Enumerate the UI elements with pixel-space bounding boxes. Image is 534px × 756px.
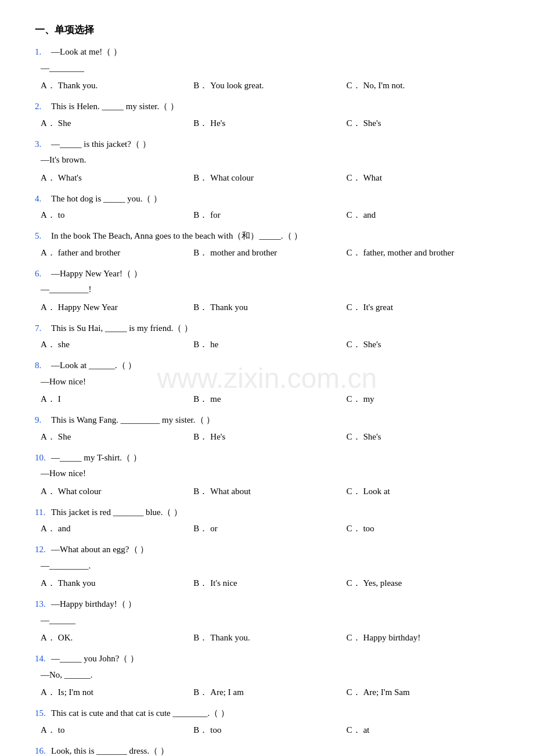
option-item: B．You look great. — [193, 78, 346, 93]
question-number: 13. — [35, 599, 51, 609]
option-label: A． — [41, 578, 56, 588]
option-label: C． — [347, 725, 361, 735]
option-label: A． — [41, 725, 56, 735]
question-line: 3.—_____ is this jacket?（ ） — [35, 137, 499, 152]
question-block: 16.Look, this is _______ dress.（ ） — [35, 744, 499, 757]
question-number: 5. — [35, 231, 51, 241]
option-item: C．Happy birthday! — [347, 630, 499, 646]
option-item: B．or — [193, 521, 346, 537]
question-line: 9.This is Wang Fang. _________ my sister… — [35, 413, 499, 428]
options-row: A．toB．tooC．at — [41, 722, 499, 738]
question-text: —_____ you John?（ ） — [51, 651, 499, 667]
option-item: C．at — [347, 722, 499, 738]
question-subline: —______ — [41, 613, 499, 628]
question-line: 1.—Look at me!（ ） — [35, 45, 499, 60]
question-number: 15. — [35, 708, 51, 718]
option-label: B． — [193, 487, 208, 496]
question-number: 7. — [35, 323, 51, 333]
question-number: 4. — [35, 194, 51, 204]
option-label: C． — [347, 81, 361, 90]
option-label: B． — [193, 118, 208, 128]
options-row: A．Thank youB．It's niceC．Yes, please — [41, 575, 499, 591]
option-label: B． — [193, 340, 208, 349]
option-label: A． — [41, 432, 56, 441]
options-row: A．What colourB．What aboutC．Look at — [41, 484, 499, 499]
option-label: C． — [347, 173, 361, 182]
option-label: A． — [41, 524, 56, 533]
option-label: B． — [193, 633, 208, 642]
options-row: A．father and brotherB．mother and brother… — [41, 245, 499, 261]
question-line: 5.In the book The Beach, Anna goes to th… — [35, 229, 499, 244]
question-subline: —________ — [41, 61, 499, 76]
question-number: 16. — [35, 746, 51, 756]
option-item: A．Thank you. — [41, 78, 193, 93]
question-block: 1.—Look at me!（ ）—________A．Thank you.B．… — [35, 45, 499, 93]
option-label: A． — [41, 173, 56, 182]
question-number: 12. — [35, 545, 51, 555]
option-item: B．me — [193, 391, 346, 407]
question-block: 8.—Look at ______.（ ）—How nice!A．IB．meC．… — [35, 358, 499, 407]
question-subline: —_________. — [41, 559, 499, 574]
question-line: 2.This is Helen. _____ my sister.（ ） — [35, 99, 499, 114]
option-item: B．Thank you — [193, 300, 346, 315]
question-text: —_____ my T-shirt.（ ） — [51, 451, 499, 466]
question-text: —Happy New Year!（ ） — [51, 267, 499, 282]
option-item: C．my — [347, 391, 499, 407]
question-block: 13.—Happy birthday!（ ）—______A．OK.B．Than… — [35, 597, 499, 646]
option-item: C．She's — [347, 429, 499, 445]
question-line: 10.—_____ my T-shirt.（ ） — [35, 451, 499, 466]
options-row: A．IB．meC．my — [41, 391, 499, 407]
option-label: C． — [347, 432, 361, 441]
question-block: 7.This is Su Hai, _____ is my friend.（ ）… — [35, 321, 499, 353]
option-label: B． — [193, 394, 208, 404]
option-item: A．I — [41, 391, 193, 407]
option-item: B．Thank you. — [193, 630, 346, 646]
question-text: In the book The Beach, Anna goes to the … — [51, 229, 499, 244]
option-item: C．too — [347, 521, 499, 537]
option-label: B． — [193, 210, 208, 219]
question-line: 12.—What about an egg?（ ） — [35, 542, 499, 557]
question-block: 10.—_____ my T-shirt.（ ）—How nice!A．What… — [35, 451, 499, 499]
options-row: A．toB．forC．and — [41, 207, 499, 223]
option-item: C．What — [347, 170, 499, 186]
options-row: A．What'sB．What colourC．What — [41, 170, 499, 186]
option-label: A． — [41, 340, 56, 349]
section-title: 一、单项选择 — [35, 23, 499, 37]
question-block: 5.In the book The Beach, Anna goes to th… — [35, 229, 499, 261]
option-label: A． — [41, 81, 56, 90]
question-line: 7.This is Su Hai, _____ is my friend.（ ） — [35, 321, 499, 336]
option-item: C．Look at — [347, 484, 499, 499]
question-text: The hot dog is _____ you.（ ） — [51, 192, 499, 207]
question-number: 11. — [35, 507, 51, 517]
question-text: This cat is cute and that cat is cute __… — [51, 706, 499, 721]
option-item: B．too — [193, 722, 346, 738]
question-subline: —_________! — [41, 282, 499, 297]
question-subline: —How nice! — [41, 375, 499, 390]
option-label: C． — [347, 303, 361, 312]
option-item: A．What colour — [41, 484, 193, 499]
option-label: A． — [41, 210, 56, 219]
option-label: B． — [193, 687, 208, 697]
option-label: B． — [193, 173, 208, 182]
option-item: B．What about — [193, 484, 346, 499]
question-subline: —It's brown. — [41, 153, 499, 168]
question-text: —Look at ______.（ ） — [51, 358, 499, 373]
option-item: A．OK. — [41, 630, 193, 646]
option-item: A．She — [41, 429, 193, 445]
question-block: 3.—_____ is this jacket?（ ）—It's brown.A… — [35, 137, 499, 186]
options-row: A．Is; I'm notB．Are; I amC．Are; I'm Sam — [41, 685, 499, 700]
questions-container: 1.—Look at me!（ ）—________A．Thank you.B．… — [35, 45, 499, 756]
question-text: This is Wang Fang. _________ my sister.（… — [51, 413, 499, 428]
question-text: This jacket is red _______ blue.（ ） — [51, 505, 499, 520]
question-number: 9. — [35, 415, 51, 425]
option-label: C． — [347, 687, 361, 697]
question-block: 4.The hot dog is _____ you.（ ）A．toB．forC… — [35, 192, 499, 224]
question-subline: —No, ______. — [41, 668, 499, 683]
option-item: A．Thank you — [41, 575, 193, 591]
option-item: A．to — [41, 207, 193, 223]
option-label: C． — [347, 210, 361, 219]
option-item: C．and — [347, 207, 499, 223]
option-item: C．father, mother and brother — [347, 245, 499, 261]
option-label: C． — [347, 524, 361, 533]
question-block: 6.—Happy New Year!（ ）—_________!A．Happy … — [35, 267, 499, 315]
